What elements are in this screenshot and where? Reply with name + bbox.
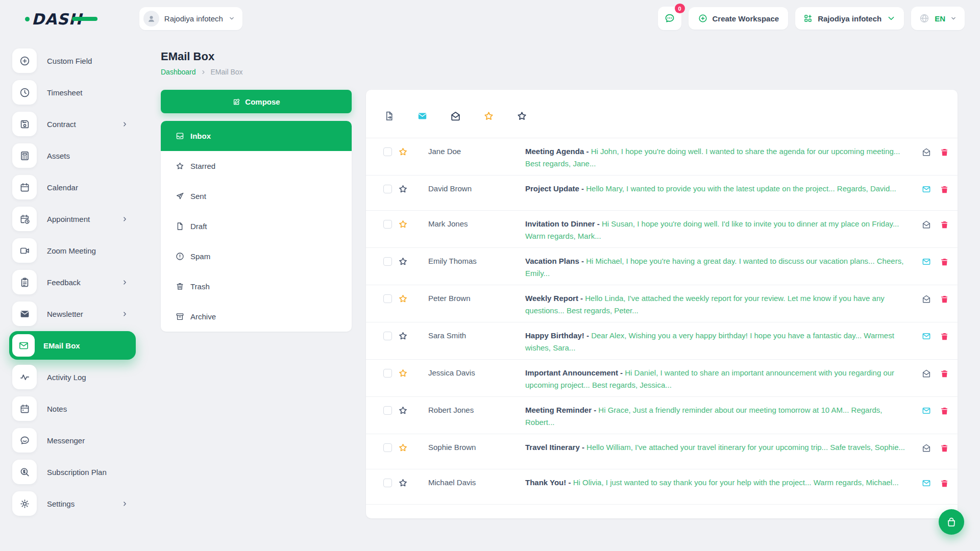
sidebar-item-messenger[interactable]: Messenger [9,424,136,456]
folder-starred[interactable]: Starred [161,151,352,181]
email-row[interactable]: Jane DoeMeeting Agenda - Hi John, I hope… [366,138,958,176]
unstarred-filter-icon[interactable] [516,110,528,122]
mark-unread-icon[interactable] [921,147,932,157]
email-checkbox[interactable] [383,185,392,193]
email-subject: Travel Itinerary - [525,443,584,452]
folder-spam[interactable]: Spam [161,241,352,271]
star-icon[interactable] [398,478,408,488]
star-icon[interactable] [398,184,408,194]
email-list: Jane DoeMeeting Agenda - Hi John, I hope… [366,138,958,505]
star-filled-icon[interactable] [398,293,408,304]
logo-dash-bar [72,17,97,21]
language-selector[interactable]: EN [911,7,965,30]
create-workspace-button[interactable]: Create Workspace [689,7,789,30]
email-checkbox[interactable] [383,332,392,340]
email-checkbox[interactable] [383,479,392,487]
sidebar-item-notes[interactable]: Notes [9,393,136,424]
folder-inbox[interactable]: Inbox [161,121,352,151]
email-row[interactable]: Sara SmithHappy Birthday! - Dear Alex, W… [366,322,958,360]
email-row[interactable]: Sophie BrownTravel Itinerary - Hello Wil… [366,434,958,469]
mark-unread-icon[interactable] [921,368,932,379]
star-filled-icon[interactable] [398,368,408,379]
email-row[interactable]: Robert JonesMeeting Reminder - Hi Grace,… [366,397,958,434]
mark-read-icon[interactable] [921,184,932,194]
sidebar-item-settings[interactable]: Settings [9,488,136,519]
sidebar-item-custom-field[interactable]: Custom Field [9,45,136,77]
move-file-icon[interactable] [383,110,395,122]
delete-icon[interactable] [940,147,949,157]
email-checkbox[interactable] [383,406,392,415]
email-checkbox[interactable] [383,257,392,266]
sidebar-item-feedback[interactable]: Feedback [9,266,136,298]
starred-filter-icon[interactable] [483,110,495,122]
sidebar-item-activity-log[interactable]: Activity Log [9,361,136,393]
email-snippet: Meeting Reminder - Hi Grace, Just a frie… [525,404,914,429]
company-selector[interactable]: Rajodiya infotech [795,7,904,30]
email-snippet: Invitation to Dinner - Hi Susan, I hope … [525,218,914,242]
sidebar-item-timesheet[interactable]: Timesheet [9,77,136,108]
email-toolbar [366,90,958,138]
email-row[interactable]: Jessica DavisImportant Announcement - Hi… [366,360,958,397]
email-row[interactable]: Michael DavisThank You! - Hi Olivia, I j… [366,469,958,505]
sidebar-item-appointment[interactable]: Appointment [9,203,136,235]
folder-sent[interactable]: Sent [161,181,352,211]
sidebar-item-calendar[interactable]: Calendar [9,171,136,203]
sidebar-item-contract[interactable]: Contract [9,108,136,140]
sidebar-item-email-box[interactable]: EMail Box [9,331,136,360]
mark-unread-icon[interactable] [921,219,932,230]
breadcrumb-dashboard-link[interactable]: Dashboard [161,68,196,76]
email-subject: Vacation Plans - [525,257,584,265]
email-row[interactable]: Mark JonesInvitation to Dinner - Hi Susa… [366,211,958,248]
email-checkbox[interactable] [383,147,392,156]
email-row-actions [914,219,949,230]
mark-read-icon[interactable] [450,110,461,122]
mark-read-icon[interactable] [921,331,932,341]
workspace-selector[interactable]: Rajodiya infotech [139,7,242,30]
email-checkbox[interactable] [383,443,392,452]
sidebar-item-label: EMail Box [43,341,129,350]
calendar-clock-icon [12,207,37,231]
email-row-actions [914,443,949,453]
star-icon[interactable] [398,256,408,267]
mark-read-icon[interactable] [921,257,932,267]
folder-archive[interactable]: Archive [161,302,352,332]
email-row[interactable]: Peter BrownWeekly Report - Hello Linda, … [366,285,958,322]
star-filled-icon[interactable] [398,146,408,157]
email-checkbox[interactable] [383,294,392,303]
sidebar-item-assets[interactable]: Assets [9,140,136,171]
email-row[interactable]: David BrownProject Update - Hello Mary, … [366,176,958,211]
mark-read-icon[interactable] [921,478,932,488]
email-checkbox[interactable] [383,220,392,229]
store-fab-button[interactable] [939,509,964,535]
email-sender: Sara Smith [428,331,525,340]
mark-read-icon[interactable] [921,406,932,416]
delete-icon[interactable] [940,443,949,453]
folder-draft[interactable]: Draft [161,211,352,241]
star-icon[interactable] [398,405,408,416]
email-row[interactable]: Emily ThomasVacation Plans - Hi Michael,… [366,248,958,285]
brand-logo[interactable]: DASH [32,9,82,29]
delete-icon[interactable] [940,220,949,230]
email-checkbox[interactable] [383,369,392,378]
delete-icon[interactable] [940,185,949,194]
delete-icon[interactable] [940,257,949,267]
delete-icon[interactable] [940,294,949,304]
delete-icon[interactable] [940,369,949,379]
sidebar-item-subscription-plan[interactable]: Subscription Plan [9,456,136,488]
workspace-name: Rajodiya infotech [164,14,223,23]
mark-unread-icon[interactable] [921,294,932,304]
mark-unread-icon[interactable] [921,443,932,453]
star-filled-icon[interactable] [398,442,408,453]
mark-unread-icon[interactable] [416,110,428,122]
delete-icon[interactable] [940,406,949,416]
delete-icon[interactable] [940,332,949,341]
star-filled-icon[interactable] [398,219,408,230]
delete-icon[interactable] [940,479,949,488]
star-icon[interactable] [398,331,408,341]
sidebar-item-zoom-meeting[interactable]: Zoom Meeting [9,235,136,266]
messages-button[interactable]: 0 [658,7,681,30]
folder-trash[interactable]: Trash [161,271,352,302]
chevron-right-icon [121,120,129,128]
sidebar-item-newsletter[interactable]: Newsletter [9,298,136,330]
compose-button[interactable]: Compose [161,90,352,113]
